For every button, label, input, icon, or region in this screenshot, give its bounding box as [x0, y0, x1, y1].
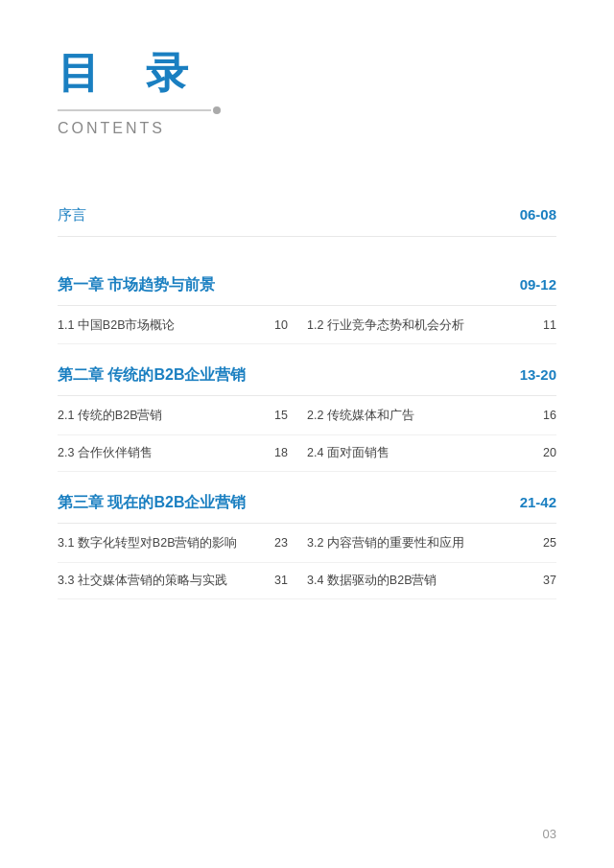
toc-chapter-3-items: 3.1 数字化转型对B2B营销的影响 23 3.2 内容营销的重要性和应用 25…	[58, 526, 556, 599]
toc-chapter-1-page: 09-12	[520, 276, 556, 293]
page-container: 目 录 CONTENTS 序言 06-08 第一章 市场趋势与前景 09-12 …	[0, 0, 614, 868]
toc-item-page: 10	[274, 318, 288, 332]
page-number: 03	[543, 827, 556, 841]
toc-item-page: 37	[543, 574, 556, 587]
title-section: 目 录 CONTENTS	[58, 48, 556, 137]
toc-item-label: 2.1 传统的B2B营销	[58, 408, 267, 425]
toc-chapter-3: 第三章 现在的B2B企业营销 21-42 3.1 数字化转型对B2B营销的影响 …	[58, 481, 556, 599]
toc-chapter-2-title: 第二章 传统的B2B企业营销	[58, 365, 246, 386]
toc-item-label: 1.2 行业竞争态势和机会分析	[307, 317, 535, 335]
toc-chapter-2-page: 13-20	[520, 366, 556, 383]
toc-item-label: 1.1 中国B2B市场概论	[58, 317, 267, 335]
toc-preface-page: 06-08	[520, 206, 556, 223]
divider-line	[58, 109, 211, 111]
toc-item-label: 3.4 数据驱动的B2B营销	[307, 573, 535, 590]
toc-chapter-2-items: 2.1 传统的B2B营销 15 2.2 传统媒体和广告 16 2.3 合作伙伴销…	[58, 398, 556, 472]
toc-item-page: 15	[274, 409, 288, 422]
toc-preface-label: 序言	[58, 206, 86, 224]
list-item: 3.4 数据驱动的B2B营销 37	[307, 563, 556, 600]
title-english: CONTENTS	[58, 120, 556, 137]
list-item: 2.3 合作伙伴销售 18	[58, 435, 307, 473]
title-divider	[58, 106, 556, 114]
list-item: 2.2 传统媒体和广告 16	[307, 398, 556, 435]
toc-item-page: 31	[274, 574, 288, 587]
toc-item-page: 11	[543, 318, 556, 332]
toc-item-page: 20	[543, 446, 556, 459]
list-item: 3.1 数字化转型对B2B营销的影响 23	[58, 526, 307, 563]
toc-chapter-3-page: 21-42	[520, 494, 556, 510]
toc-item-page: 25	[543, 536, 556, 550]
toc-chapter-1: 第一章 市场趋势与前景 09-12 1.1 中国B2B市场概论 10 1.2 行…	[58, 264, 556, 345]
divider-dot	[213, 106, 221, 114]
toc-chapter-2: 第二章 传统的B2B企业营销 13-20 2.1 传统的B2B营销 15 2.2…	[58, 354, 556, 472]
toc-chapter-1-items: 1.1 中国B2B市场概论 10 1.2 行业竞争态势和机会分析 11	[58, 308, 556, 345]
list-item: 2.4 面对面销售 20	[307, 435, 556, 473]
toc-chapter-1-title: 第一章 市场趋势与前景	[58, 275, 215, 295]
toc-item-label: 3.1 数字化转型对B2B营销的影响	[58, 535, 267, 552]
list-item: 3.3 社交媒体营销的策略与实践 31	[58, 563, 307, 600]
list-item: 1.1 中国B2B市场概论 10	[58, 308, 307, 345]
toc-body: 序言 06-08 第一章 市场趋势与前景 09-12 1.1 中国B2B市场概论…	[58, 195, 556, 600]
toc-item-label: 2.4 面对面销售	[307, 445, 535, 462]
toc-chapter-3-header: 第三章 现在的B2B企业营销 21-42	[58, 481, 556, 524]
toc-preface-row: 序言 06-08	[58, 195, 556, 237]
toc-item-label: 2.3 合作伙伴销售	[58, 445, 267, 462]
list-item: 2.1 传统的B2B营销 15	[58, 398, 307, 435]
toc-item-label: 2.2 传统媒体和广告	[307, 408, 535, 425]
toc-item-page: 18	[274, 446, 288, 459]
toc-chapter-3-title: 第三章 现在的B2B企业营销	[58, 493, 246, 513]
title-chinese: 目 录	[58, 48, 556, 99]
toc-item-page: 23	[274, 536, 288, 550]
list-item: 3.2 内容营销的重要性和应用 25	[307, 526, 556, 563]
toc-item-label: 3.2 内容营销的重要性和应用	[307, 535, 535, 552]
toc-preface-section: 序言 06-08	[58, 195, 556, 237]
toc-item-label: 3.3 社交媒体营销的策略与实践	[58, 573, 267, 590]
toc-chapter-1-header: 第一章 市场趋势与前景 09-12	[58, 264, 556, 306]
toc-chapter-2-header: 第二章 传统的B2B企业营销 13-20	[58, 354, 556, 396]
list-item: 1.2 行业竞争态势和机会分析 11	[307, 308, 556, 345]
toc-item-page: 16	[543, 409, 556, 422]
